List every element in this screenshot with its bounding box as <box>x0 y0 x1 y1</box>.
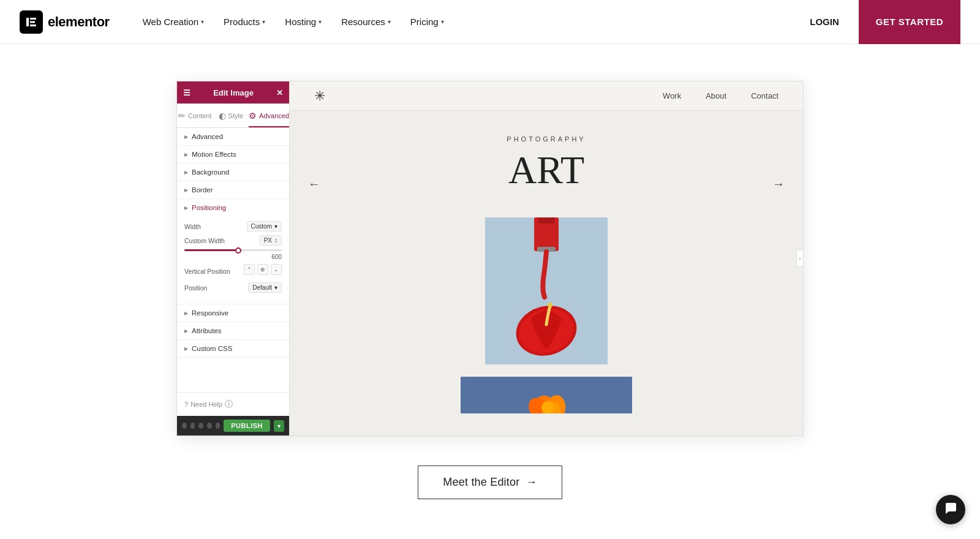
pos-mid-button[interactable]: ⊕ <box>257 264 268 275</box>
nav-item-resources[interactable]: Resources ▾ <box>333 12 399 32</box>
tab-style[interactable]: ◐ Style <box>213 104 249 127</box>
tab-advanced[interactable]: ⚙ Advanced <box>249 104 289 127</box>
svg-point-10 <box>548 303 552 307</box>
get-started-button[interactable]: GET STARTED <box>859 0 960 44</box>
panel-close-icon[interactable]: ✕ <box>276 88 283 97</box>
canvas-nav-contact[interactable]: Contact <box>751 91 778 100</box>
navbar: elementor Web Creation ▾ Products ▾ Host… <box>0 0 980 44</box>
section-responsive-header[interactable]: Responsive <box>177 304 289 322</box>
section-custom-css-header[interactable]: Custom CSS <box>177 340 289 357</box>
section-responsive: Responsive <box>177 304 289 322</box>
login-button[interactable]: LOGIN <box>800 12 849 32</box>
vertical-position-field: Vertical Position ⌃ ⊕ ⌄ <box>184 264 282 279</box>
slider-thumb[interactable] <box>235 247 241 254</box>
chat-widget[interactable] <box>936 495 965 524</box>
canvas-nav-about[interactable]: About <box>706 91 726 100</box>
dot-grey-5 <box>216 423 221 429</box>
slider-value: 600 <box>184 254 282 260</box>
canvas-nav-links: Work About Contact <box>663 91 778 100</box>
nav-right: LOGIN GET STARTED <box>800 0 960 44</box>
nav-links: Web Creation ▾ Products ▾ Hosting ▾ Reso… <box>134 12 801 32</box>
canvas-nav: ✳ Work About Contact <box>290 81 803 111</box>
logo[interactable]: elementor <box>20 10 110 34</box>
section-background-header[interactable]: Background <box>177 164 289 181</box>
panel-tabs: ✏ Content ◐ Style ⚙ Advanced <box>177 104 289 128</box>
section-positioning-header[interactable]: Positioning <box>177 199 289 216</box>
section-border-header[interactable]: Border <box>177 181 289 198</box>
section-background: Background <box>177 164 289 181</box>
slider-track <box>184 249 282 251</box>
section-motion: Motion Effects <box>177 146 289 164</box>
arrow-left[interactable]: ← <box>308 177 320 191</box>
arrow-right[interactable]: → <box>772 177 785 191</box>
collapse-panel-button[interactable]: ‹ <box>796 250 804 267</box>
width-value[interactable]: Custom ▾ <box>247 221 282 232</box>
custom-width-field: Custom Width PX ↕ <box>184 235 282 246</box>
position-field: Position Default ▾ <box>184 282 282 293</box>
positioning-content: Width Custom ▾ Custom Width PX ↕ <box>177 216 289 304</box>
canvas-nav-work[interactable]: Work <box>663 91 681 100</box>
section-attributes-header[interactable]: Attributes <box>177 322 289 339</box>
advanced-icon: ⚙ <box>249 111 257 121</box>
panel-bottom-bar: PUBLISH ▾ <box>177 416 289 435</box>
section-motion-header[interactable]: Motion Effects <box>177 146 289 163</box>
section-advanced-header[interactable]: Advanced <box>177 128 289 145</box>
chevron-down-icon: ▾ <box>441 18 444 25</box>
section-advanced: Advanced <box>177 128 289 146</box>
dot-grey-2 <box>190 423 195 429</box>
svg-rect-3 <box>30 24 36 26</box>
photography-label: PHOTOGRAPHY <box>507 135 586 143</box>
publish-button[interactable]: PUBLISH <box>224 420 270 432</box>
meet-editor-arrow: → <box>526 476 537 489</box>
meet-editor-button[interactable]: Meet the Editor → <box>418 466 562 499</box>
position-value[interactable]: Default ▾ <box>248 282 282 293</box>
editor-preview: ☰ Edit Image ✕ ✏ Content ◐ Style ⚙ Advan… <box>176 81 804 436</box>
dot-grey-1 <box>182 423 187 429</box>
logo-text: elementor <box>48 14 110 30</box>
nav-item-hosting[interactable]: Hosting ▾ <box>276 12 330 32</box>
nav-item-products[interactable]: Products ▾ <box>215 12 274 32</box>
chevron-down-icon: ▾ <box>201 18 204 25</box>
nav-item-web-creation[interactable]: Web Creation ▾ <box>134 12 213 32</box>
chat-icon <box>944 502 957 518</box>
nav-item-pricing[interactable]: Pricing ▾ <box>402 12 453 32</box>
logo-icon <box>20 10 43 34</box>
help-circle-icon: ⓘ <box>225 399 233 410</box>
chevron-down-icon: ▾ <box>388 18 391 25</box>
editor-canvas: ✳ Work About Contact PHOTOGRAPHY ART ← → <box>290 81 803 435</box>
section-border: Border <box>177 181 289 199</box>
panel-title: Edit Image <box>213 88 254 97</box>
width-slider[interactable]: 600 <box>184 249 282 260</box>
width-field: Width Custom ▾ <box>184 221 282 232</box>
svg-rect-0 <box>26 18 29 26</box>
section-custom-css: Custom CSS <box>177 340 289 358</box>
tab-content[interactable]: ✏ Content <box>177 104 213 127</box>
content-icon: ✏ <box>178 111 186 121</box>
editor-panel: ☰ Edit Image ✕ ✏ Content ◐ Style ⚙ Advan… <box>177 81 290 435</box>
canvas-content: PHOTOGRAPHY ART ← → <box>290 111 803 426</box>
canvas-logo: ✳ <box>314 88 325 104</box>
section-attributes: Attributes <box>177 322 289 340</box>
chevron-down-icon: ▾ <box>318 18 322 25</box>
canvas-second-image <box>461 377 632 413</box>
dot-grey-4 <box>207 423 212 429</box>
meet-editor-section: Meet the Editor → <box>418 466 562 499</box>
pos-top-button[interactable]: ⌃ <box>244 264 255 275</box>
pos-bot-button[interactable]: ⌄ <box>271 264 282 275</box>
dot-grey-3 <box>198 423 203 429</box>
section-positioning: Positioning Width Custom ▾ Custom Width … <box>177 199 289 304</box>
svg-point-16 <box>541 401 554 413</box>
position-buttons: ⌃ ⊕ ⌄ <box>244 264 282 275</box>
slider-fill <box>184 249 238 251</box>
custom-width-value[interactable]: PX ↕ <box>260 235 282 246</box>
style-icon: ◐ <box>219 111 226 121</box>
canvas-main-image[interactable] <box>485 217 608 364</box>
svg-rect-6 <box>538 217 554 224</box>
main-content: ☰ Edit Image ✕ ✏ Content ◐ Style ⚙ Advan… <box>0 44 980 536</box>
panel-menu-icon[interactable]: ☰ <box>183 88 190 97</box>
svg-rect-2 <box>30 21 35 23</box>
panel-footer[interactable]: ? Need Help ⓘ <box>177 392 289 416</box>
publish-dropdown-button[interactable]: ▾ <box>274 420 284 432</box>
canvas-arrows: ← → <box>290 177 803 191</box>
help-icon: ? <box>184 401 188 408</box>
